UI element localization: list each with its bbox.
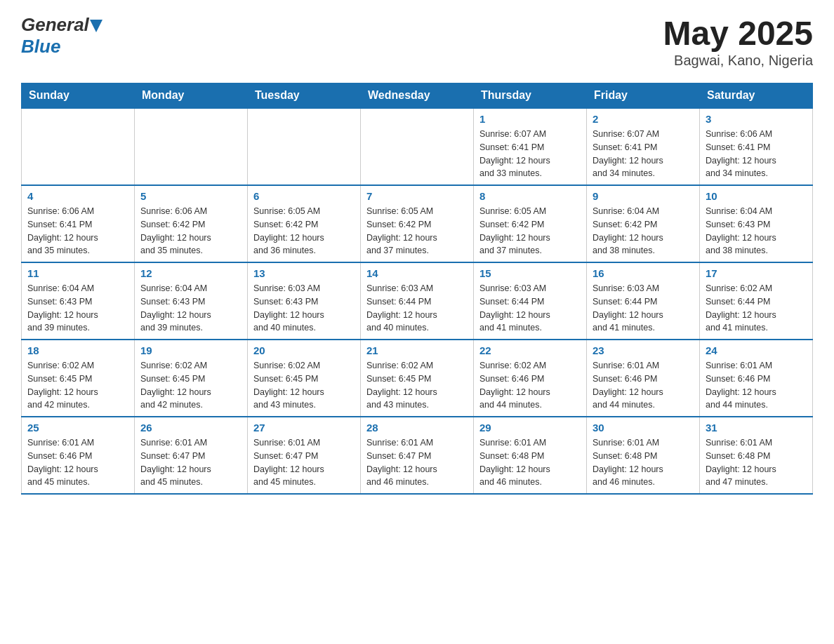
day-info: Sunrise: 6:06 AMSunset: 6:41 PMDaylight:…	[27, 205, 128, 257]
day-number: 16	[593, 267, 694, 279]
table-row: 19Sunrise: 6:02 AMSunset: 6:45 PMDayligh…	[135, 340, 248, 417]
day-info: Sunrise: 6:01 AMSunset: 6:48 PMDaylight:…	[706, 436, 807, 489]
col-saturday: Saturday	[700, 83, 813, 109]
day-info: Sunrise: 6:01 AMSunset: 6:46 PMDaylight:…	[593, 359, 694, 412]
table-row: 10Sunrise: 6:04 AMSunset: 6:43 PMDayligh…	[700, 185, 813, 262]
table-row	[361, 108, 474, 185]
table-row: 17Sunrise: 6:02 AMSunset: 6:44 PMDayligh…	[700, 262, 813, 340]
col-monday: Monday	[135, 83, 248, 109]
page-subtitle: Bagwai, Kano, Nigeria	[663, 53, 814, 69]
day-info: Sunrise: 6:06 AMSunset: 6:41 PMDaylight:…	[706, 128, 807, 180]
day-info: Sunrise: 6:07 AMSunset: 6:41 PMDaylight:…	[593, 128, 694, 180]
day-number: 10	[706, 190, 807, 202]
day-number: 23	[593, 344, 694, 356]
calendar-table: Sunday Monday Tuesday Wednesday Thursday…	[21, 83, 813, 495]
day-info: Sunrise: 6:04 AMSunset: 6:43 PMDaylight:…	[27, 282, 128, 335]
day-number: 2	[593, 113, 694, 125]
table-row: 30Sunrise: 6:01 AMSunset: 6:48 PMDayligh…	[587, 417, 700, 494]
day-info: Sunrise: 6:01 AMSunset: 6:48 PMDaylight:…	[593, 436, 694, 489]
table-row: 9Sunrise: 6:04 AMSunset: 6:42 PMDaylight…	[587, 185, 700, 262]
table-row: 21Sunrise: 6:02 AMSunset: 6:45 PMDayligh…	[361, 340, 474, 417]
table-row: 28Sunrise: 6:01 AMSunset: 6:47 PMDayligh…	[361, 417, 474, 494]
calendar-header-row: Sunday Monday Tuesday Wednesday Thursday…	[22, 83, 813, 109]
day-number: 30	[593, 422, 694, 434]
calendar-week-row: 4Sunrise: 6:06 AMSunset: 6:41 PMDaylight…	[22, 185, 813, 262]
day-info: Sunrise: 6:02 AMSunset: 6:45 PMDaylight:…	[27, 359, 128, 412]
day-number: 14	[366, 267, 468, 279]
day-number: 20	[253, 344, 355, 356]
svg-marker-0	[90, 20, 102, 32]
day-number: 8	[479, 190, 581, 202]
table-row: 20Sunrise: 6:02 AMSunset: 6:45 PMDayligh…	[248, 340, 361, 417]
day-number: 17	[706, 267, 807, 279]
day-info: Sunrise: 6:03 AMSunset: 6:43 PMDaylight:…	[253, 282, 355, 335]
day-number: 31	[706, 422, 807, 434]
table-row: 1Sunrise: 6:07 AMSunset: 6:41 PMDaylight…	[474, 108, 587, 185]
day-info: Sunrise: 6:05 AMSunset: 6:42 PMDaylight:…	[479, 205, 581, 257]
table-row: 25Sunrise: 6:01 AMSunset: 6:46 PMDayligh…	[22, 417, 135, 494]
table-row: 27Sunrise: 6:01 AMSunset: 6:47 PMDayligh…	[248, 417, 361, 494]
table-row	[135, 108, 248, 185]
table-row: 11Sunrise: 6:04 AMSunset: 6:43 PMDayligh…	[22, 262, 135, 340]
day-number: 3	[706, 113, 807, 125]
day-info: Sunrise: 6:02 AMSunset: 6:44 PMDaylight:…	[706, 282, 807, 335]
col-tuesday: Tuesday	[248, 83, 361, 109]
day-info: Sunrise: 6:01 AMSunset: 6:46 PMDaylight:…	[27, 436, 128, 489]
day-number: 6	[253, 190, 355, 202]
calendar-week-row: 11Sunrise: 6:04 AMSunset: 6:43 PMDayligh…	[22, 262, 813, 340]
day-number: 29	[479, 422, 581, 434]
table-row: 23Sunrise: 6:01 AMSunset: 6:46 PMDayligh…	[587, 340, 700, 417]
day-info: Sunrise: 6:01 AMSunset: 6:46 PMDaylight:…	[706, 359, 807, 412]
table-row: 8Sunrise: 6:05 AMSunset: 6:42 PMDaylight…	[474, 185, 587, 262]
table-row: 26Sunrise: 6:01 AMSunset: 6:47 PMDayligh…	[135, 417, 248, 494]
calendar-week-row: 25Sunrise: 6:01 AMSunset: 6:46 PMDayligh…	[22, 417, 813, 494]
calendar-week-row: 1Sunrise: 6:07 AMSunset: 6:41 PMDaylight…	[22, 108, 813, 185]
table-row: 15Sunrise: 6:03 AMSunset: 6:44 PMDayligh…	[474, 262, 587, 340]
calendar-week-row: 18Sunrise: 6:02 AMSunset: 6:45 PMDayligh…	[22, 340, 813, 417]
day-number: 7	[366, 190, 468, 202]
table-row: 12Sunrise: 6:04 AMSunset: 6:43 PMDayligh…	[135, 262, 248, 340]
logo-triangle-icon	[90, 20, 102, 32]
day-info: Sunrise: 6:03 AMSunset: 6:44 PMDaylight:…	[366, 282, 468, 335]
table-row: 16Sunrise: 6:03 AMSunset: 6:44 PMDayligh…	[587, 262, 700, 340]
day-number: 25	[27, 422, 128, 434]
table-row: 14Sunrise: 6:03 AMSunset: 6:44 PMDayligh…	[361, 262, 474, 340]
day-number: 4	[27, 190, 128, 202]
day-info: Sunrise: 6:03 AMSunset: 6:44 PMDaylight:…	[593, 282, 694, 335]
day-info: Sunrise: 6:07 AMSunset: 6:41 PMDaylight:…	[479, 128, 581, 180]
table-row: 13Sunrise: 6:03 AMSunset: 6:43 PMDayligh…	[248, 262, 361, 340]
day-number: 22	[479, 344, 581, 356]
day-info: Sunrise: 6:02 AMSunset: 6:45 PMDaylight:…	[140, 359, 241, 412]
logo-general-text: General	[21, 14, 89, 36]
table-row: 6Sunrise: 6:05 AMSunset: 6:42 PMDaylight…	[248, 185, 361, 262]
day-info: Sunrise: 6:06 AMSunset: 6:42 PMDaylight:…	[140, 205, 241, 257]
day-info: Sunrise: 6:02 AMSunset: 6:46 PMDaylight:…	[479, 359, 581, 412]
logo-blue-text: Blue	[21, 36, 60, 57]
day-info: Sunrise: 6:05 AMSunset: 6:42 PMDaylight:…	[366, 205, 468, 257]
day-info: Sunrise: 6:03 AMSunset: 6:44 PMDaylight:…	[479, 282, 581, 335]
day-number: 13	[253, 267, 355, 279]
day-info: Sunrise: 6:04 AMSunset: 6:42 PMDaylight:…	[593, 205, 694, 257]
day-info: Sunrise: 6:04 AMSunset: 6:43 PMDaylight:…	[706, 205, 807, 257]
page-title: May 2025	[663, 14, 814, 53]
day-number: 27	[253, 422, 355, 434]
table-row: 22Sunrise: 6:02 AMSunset: 6:46 PMDayligh…	[474, 340, 587, 417]
day-number: 15	[479, 267, 581, 279]
day-info: Sunrise: 6:01 AMSunset: 6:47 PMDaylight:…	[140, 436, 241, 489]
day-number: 5	[140, 190, 241, 202]
table-row: 31Sunrise: 6:01 AMSunset: 6:48 PMDayligh…	[700, 417, 813, 494]
table-row	[22, 108, 135, 185]
day-info: Sunrise: 6:04 AMSunset: 6:43 PMDaylight:…	[140, 282, 241, 335]
day-info: Sunrise: 6:02 AMSunset: 6:45 PMDaylight:…	[366, 359, 468, 412]
day-info: Sunrise: 6:01 AMSunset: 6:47 PMDaylight:…	[253, 436, 355, 489]
table-row: 24Sunrise: 6:01 AMSunset: 6:46 PMDayligh…	[700, 340, 813, 417]
table-row: 29Sunrise: 6:01 AMSunset: 6:48 PMDayligh…	[474, 417, 587, 494]
day-info: Sunrise: 6:02 AMSunset: 6:45 PMDaylight:…	[253, 359, 355, 412]
day-number: 12	[140, 267, 241, 279]
day-number: 24	[706, 344, 807, 356]
table-row: 4Sunrise: 6:06 AMSunset: 6:41 PMDaylight…	[22, 185, 135, 262]
day-number: 9	[593, 190, 694, 202]
table-row: 18Sunrise: 6:02 AMSunset: 6:45 PMDayligh…	[22, 340, 135, 417]
title-block: May 2025 Bagwai, Kano, Nigeria	[663, 14, 814, 69]
day-number: 19	[140, 344, 241, 356]
